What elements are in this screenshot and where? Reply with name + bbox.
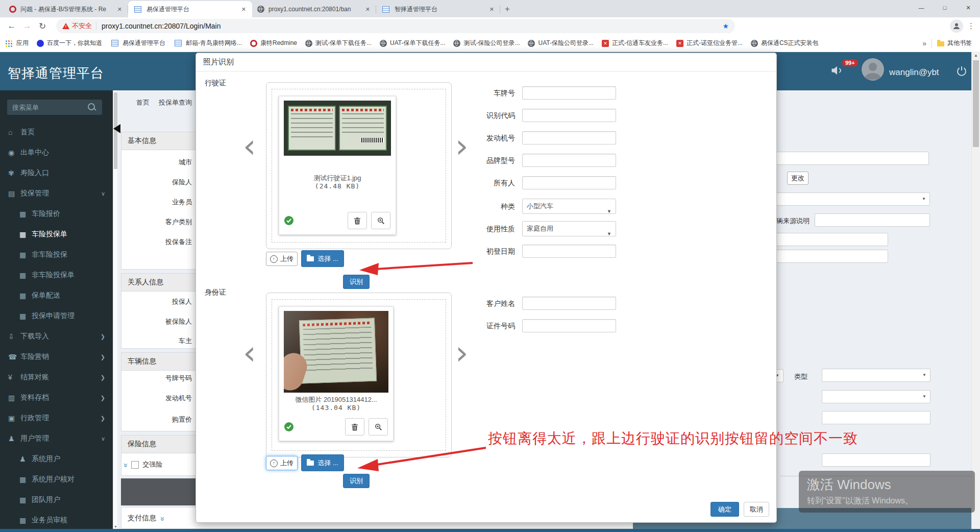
tab-close-icon[interactable]: ✕ [240,5,247,14]
type-select[interactable] [822,369,930,382]
bookmarks-overflow-chevron[interactable]: » [922,39,926,47]
recognize-button-idcard[interactable]: 识别 [343,474,370,488]
bookmark-star-icon[interactable]: ★ [722,22,729,30]
background-input[interactable] [822,453,930,467]
carousel-prev-icon[interactable]: ‹ [243,336,256,369]
compulsory-checkbox[interactable] [131,461,139,469]
bookmark-cs-installer[interactable]: 易保通CS正式安装包 [751,39,819,47]
bookmark-redmine[interactable]: 康特Redmine [250,39,297,47]
sidebar-item-archive[interactable]: ▥资料存档❯ [0,388,113,408]
sidebar-item-download-import[interactable]: ⇩下载导入❯ [0,326,113,347]
id-number-input[interactable] [522,319,616,332]
carousel-next-icon[interactable]: › [455,336,469,369]
collapse-content-icon[interactable] [113,124,120,133]
upload-button-driving[interactable]: ↑ 上传 [266,252,298,266]
bookmark-test-login[interactable]: 测试-保险公司登录... [453,39,520,47]
cancel-button[interactable]: 取消 [744,502,769,517]
background-input[interactable] [815,213,930,227]
sidebar-item-system-user[interactable]: ♟系统用户 [0,449,113,469]
sidebar-item-issue-center[interactable]: ◉出单中心 [0,142,113,163]
sidebar-item-auto-marketing[interactable]: ☎车险营销❯ [0,347,113,367]
sidebar-item-label: 出单中心 [20,148,49,157]
browser-tab-zzt[interactable]: 智择通管理平台 ✕ [376,1,500,17]
background-select[interactable] [822,390,930,403]
avatar[interactable] [862,58,884,81]
search-icon[interactable] [88,103,95,110]
browser-tab-proxy[interactable]: proxy1.countnet.cn:20801/ban ✕ [252,1,376,17]
delete-file-button[interactable] [345,418,364,436]
choose-file-button-idcard[interactable]: 选择 ... [301,454,344,471]
sidebar-item-auto-quote[interactable]: ▦车险报价 [0,204,113,224]
expand-chevrons-icon[interactable]: » [122,463,131,466]
sidebar-item-life-entry[interactable]: ✾寿险入口 [0,163,113,183]
sidebar-item-nonauto-policy[interactable]: ▦非车险投保单 [0,265,113,285]
forward-icon[interactable]: → [19,21,35,31]
page-tab-home[interactable]: 首页 [136,98,150,107]
not-secure-warning-icon[interactable] [62,23,69,29]
maximize-button[interactable]: □ [933,0,957,15]
upload-button-idcard[interactable]: ↑ 上传 [266,456,298,470]
bookmark-ybt[interactable]: 易保通管理平台 [110,39,165,47]
tab-close-icon[interactable]: ✕ [116,5,123,14]
sidebar-scrollbar[interactable]: ▼ [113,90,117,529]
sidebar-item-team-user[interactable]: ▦团队用户 [0,490,113,510]
plate-number-input[interactable] [522,86,616,100]
vin-input[interactable] [522,109,616,122]
customer-name-input[interactable] [522,297,616,310]
bookmark-baidu[interactable]: 百度一下，你就知道 [37,39,102,47]
bookmark-xintong[interactable]: ✕ 正式-信通车友业务... [602,39,668,47]
back-icon[interactable]: ← [4,21,19,31]
browser-menu-icon[interactable]: ⋮ [967,21,975,31]
tab-close-icon[interactable]: ✕ [488,5,495,14]
browser-tab-ybt-active[interactable]: 易保通管理平台 ✕ [128,1,252,17]
username[interactable]: wanglin@ybt [889,67,939,78]
choose-file-button-driving[interactable]: 选择 ... [301,250,344,267]
sidebar-item-policy-delivery[interactable]: ▦保单配送 [0,285,113,306]
sidebar-item-home[interactable]: ⌂首页 [0,122,113,142]
ok-button[interactable]: 确定 [710,502,739,517]
sidebar-item-user-mgmt[interactable]: ♟用户管理∨ [0,428,113,449]
change-button[interactable]: 更改 [787,172,808,185]
notification-speaker-icon[interactable] [830,63,844,78]
scroll-up-icon[interactable]: ▲ [972,53,980,58]
expand-chevrons-icon[interactable]: » [159,517,167,520]
owner-input[interactable] [522,176,616,189]
sidebar-item-apply-mgmt[interactable]: ▤投保管理∨ [0,183,113,204]
bookmark-uat-download[interactable]: UAT-保单下载任务... [380,39,445,47]
new-tab-button[interactable]: + [500,2,514,16]
bookmark-test-download[interactable]: 测试-保单下载任务... [305,39,372,47]
address-bar[interactable]: 不安全 proxy1.countnet.cn:20807/Login/Main … [56,19,735,33]
sidebar-item-nonauto-apply[interactable]: ▦非车险投保 [0,245,113,265]
sidebar-item-settlement[interactable]: ¥结算对账❯ [0,367,113,388]
tab-close-icon[interactable]: ✕ [364,5,371,14]
sidebar-item-system-user-check[interactable]: ▦系统用户核对 [0,469,113,490]
close-window-button[interactable]: ✕ [957,0,980,15]
brand-model-input[interactable] [522,154,616,167]
delete-file-button[interactable] [348,212,367,229]
page-scrollbar-thumb[interactable] [973,60,979,147]
bookmark-uat-login[interactable]: UAT-保险公司登录... [528,39,593,47]
zoom-preview-button[interactable] [371,212,390,229]
other-bookmarks-button[interactable]: 其他书签 [937,39,972,47]
background-input[interactable] [822,411,930,424]
bookmark-nuoya[interactable]: ✕ 正式-诺亚信业务管... [676,39,743,47]
zoom-preview-button[interactable] [369,418,388,436]
carousel-prev-icon[interactable]: ‹ [243,130,256,162]
sidebar-item-agent-audit[interactable]: ▦业务员审核 [0,510,113,530]
sidebar-item-apply-request[interactable]: ▦投保申请管理 [0,306,113,326]
page-tab-policy-query[interactable]: 投保单查询 [159,98,192,107]
minimize-button[interactable]: — [910,0,933,15]
sidebar-item-auto-policy[interactable]: ▦车险投保单 [0,224,113,245]
sidebar-item-admin[interactable]: ▣行政管理❯ [0,408,113,428]
vehicle-category-select[interactable]: 小型汽车 ▼ [522,199,616,214]
logout-power-icon[interactable] [955,65,968,77]
first-registration-date-input[interactable] [522,245,616,258]
profile-icon[interactable] [950,19,963,33]
page-scrollbar[interactable]: ▲ [971,52,980,529]
usage-nature-select[interactable]: 家庭自用 ▼ [522,221,616,236]
engine-number-input[interactable] [522,131,616,144]
bookmark-apps[interactable]: 应用 [5,39,29,47]
reload-icon[interactable]: ↻ [35,21,50,32]
browser-tab-redmine[interactable]: 问题 - 易保通-B/S管理系统 - Re ✕ [4,1,128,17]
bookmark-mail[interactable]: 邮箱-青岛康特网络... [174,39,242,47]
